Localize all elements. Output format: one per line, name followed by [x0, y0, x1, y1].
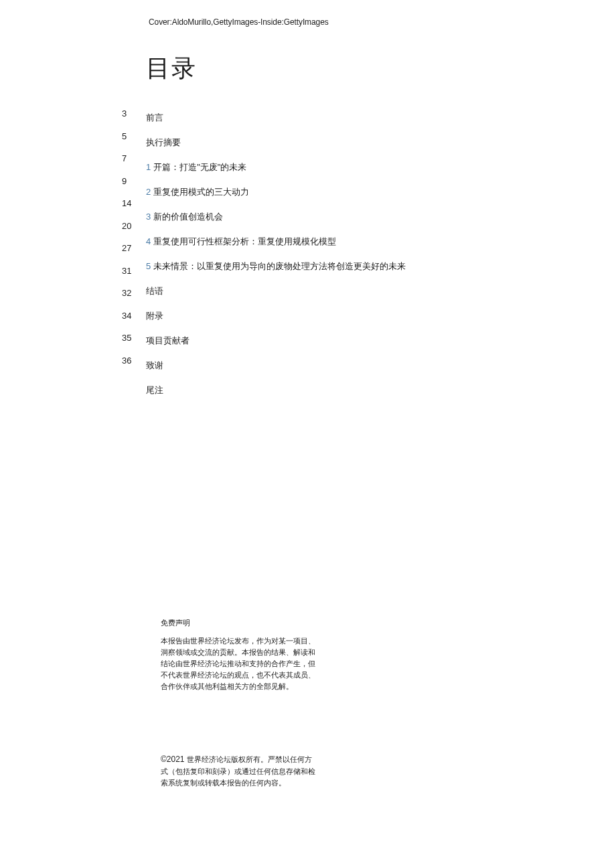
copyright-block: ©2021 世界经济论坛版权所有。严禁以任何方式（包括复印和刻录）或通过任何信息…	[161, 753, 319, 789]
toc-entry: 执行摘要	[146, 137, 406, 149]
page-number: 34	[122, 311, 131, 321]
toc-entry-label: 致谢	[146, 360, 163, 370]
toc-entry: 结语	[146, 285, 406, 297]
toc-entry: 尾注	[146, 384, 406, 396]
page-number: 27	[122, 243, 131, 253]
copyright-body: 世界经济论坛版权所有。严禁以任何方式（包括复印和刻录）或通过任何信息存储和检索系…	[161, 755, 315, 787]
toc-entry-label: 重复使用模式的三大动力	[153, 187, 249, 197]
disclaimer-heading: 免费声明	[161, 617, 319, 629]
toc-entry-label: 项目贡献者	[146, 335, 189, 345]
page-number: 7	[122, 153, 131, 163]
toc-entry: 附录	[146, 310, 406, 322]
toc-entry-label: 执行摘要	[146, 137, 181, 147]
toc-entry-label: 结语	[146, 286, 163, 296]
toc-title: 目录	[146, 52, 197, 85]
page-number: 35	[122, 333, 131, 343]
chapter-number: 4	[146, 236, 151, 246]
chapter-number: 1	[146, 162, 151, 172]
page-number: 5	[122, 131, 131, 141]
copyright-year: ©2021	[161, 755, 185, 764]
page-number: 32	[122, 288, 131, 298]
page-number: 31	[122, 266, 131, 276]
toc-entry-label: 未来情景：以重复使用为导向的废物处理方法将创造更美好的未来	[153, 261, 406, 271]
toc-entry: 项目贡献者	[146, 335, 406, 347]
toc-entry: 前言	[146, 112, 406, 124]
chapter-number: 2	[146, 187, 151, 197]
toc-page-numbers: 3 5 7 9 14 20 27 31 32 34 35 36	[122, 108, 131, 366]
toc-entry-label: 重复使用可行性框架分析：重复使用规模化模型	[153, 236, 336, 246]
toc-entry: 2重复使用模式的三大动力	[146, 186, 406, 198]
disclaimer-body: 本报告由世界经济论坛发布，作为对某一项目、洞察领域或交流的贡献。本报告的结果、解…	[161, 635, 319, 692]
toc-entries: 前言 执行摘要 1开篇：打造"无废"的未来 2重复使用模式的三大动力 3新的价值…	[146, 112, 406, 396]
toc-entry: 5未来情景：以重复使用为导向的废物处理方法将创造更美好的未来	[146, 260, 406, 272]
toc-entry: 3新的价值创造机会	[146, 211, 406, 223]
toc-entry-label: 前言	[146, 112, 163, 123]
toc-entry: 1开篇：打造"无废"的未来	[146, 161, 406, 173]
image-credits: Cover:AldoMurillo,GettyImages-Inside:Get…	[149, 17, 329, 27]
page-number: 14	[122, 198, 131, 208]
chapter-number: 5	[146, 261, 151, 271]
page-number: 3	[122, 108, 131, 119]
page-number: 9	[122, 176, 131, 186]
page-number: 20	[122, 221, 131, 231]
toc-entry: 致谢	[146, 360, 406, 372]
disclaimer-block: 免费声明 本报告由世界经济论坛发布，作为对某一项目、洞察领域或交流的贡献。本报告…	[161, 617, 319, 692]
toc-entry-label: 新的价值创造机会	[153, 212, 223, 222]
toc-entry-label: 尾注	[146, 385, 163, 395]
toc-entry-label: 开篇：打造"无废"的未来	[153, 162, 246, 172]
chapter-number: 3	[146, 212, 151, 222]
page-number: 36	[122, 356, 131, 366]
toc-entry: 4重复使用可行性框架分析：重复使用规模化模型	[146, 236, 406, 248]
toc-entry-label: 附录	[146, 311, 163, 321]
